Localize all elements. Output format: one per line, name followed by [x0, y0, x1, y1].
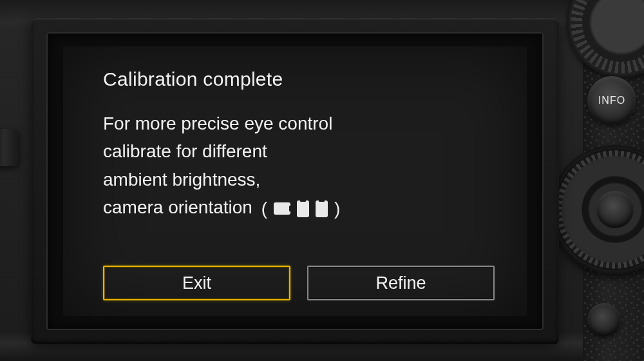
paren-close: ) [334, 195, 340, 222]
camera-orientation-landscape-icon [274, 202, 290, 215]
exit-button[interactable]: Exit [103, 266, 290, 300]
dialog-button-row: Exit Refine [103, 266, 495, 300]
mode-dial[interactable] [567, 0, 644, 77]
dialog-title: Calibration complete [103, 68, 495, 90]
rear-control-wheel[interactable] [551, 145, 644, 274]
q-button[interactable] [587, 303, 621, 337]
info-button-label: INFO [598, 95, 625, 106]
camera-orientation-portrait-right-icon [316, 200, 328, 217]
body-line-4: camera orientation ( ) [103, 193, 495, 222]
body-line-3: ambient brightness, [103, 166, 495, 193]
camera-orientation-portrait-left-icon [297, 200, 309, 217]
lcd-frame: Calibration complete For more precise ey… [31, 18, 559, 344]
camera-body: INFO Calibration complete For more preci… [0, 0, 644, 361]
dialog-body: For more precise eye control calibrate f… [103, 110, 495, 260]
orientation-icon-group: ( ) [261, 195, 341, 222]
body-line-4-text: camera orientation [103, 197, 252, 217]
body-line-1: For more precise eye control [103, 110, 495, 137]
info-button[interactable]: INFO [587, 76, 636, 125]
refine-button[interactable]: Refine [307, 266, 495, 300]
set-button[interactable] [596, 191, 634, 228]
strap-lug [0, 129, 19, 166]
paren-open: ( [261, 195, 267, 222]
lcd-screen: Calibration complete For more precise ey… [63, 46, 527, 316]
body-line-2: calibrate for different [103, 137, 495, 165]
